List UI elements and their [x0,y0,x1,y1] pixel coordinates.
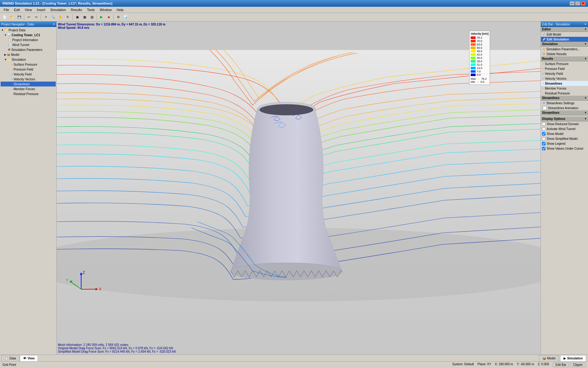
edit-bar-controls[interactable]: ✕ [584,23,587,26]
tree-project-data[interactable]: ▼ 📁 Project Data [1,28,56,33]
settings-button[interactable]: ⚙ [115,14,122,21]
tree-arrow-model[interactable]: ▶ [4,53,6,56]
clipper-tab[interactable]: Clipper [570,362,586,367]
edit-model-item[interactable]: 🖊 Edit Model [541,32,588,37]
select-button[interactable]: ↗ [42,14,49,21]
display-options-header: Display Options ▼ [541,117,588,121]
tree-arrow-sim[interactable]: ▼ [4,58,7,61]
streamlines-result-item[interactable]: ▪ Streamlines [541,81,588,86]
member-forces-result-icon: ▪ [543,87,544,90]
results-button[interactable]: 📊 [122,14,129,21]
front-view-button[interactable]: ▣ [74,14,81,21]
tree-arrow-root[interactable]: ▼ [1,29,4,32]
statusbar-right: System: Default Plane: XY X: 180.000 m Y… [452,362,586,367]
simulation-params-item[interactable]: ⚙ Simulation Parameters... [541,47,588,52]
tree-residual-pressure[interactable]: ▪ Residual Pressure [1,91,56,96]
streamlines-color-arrow[interactable]: ▼ [584,111,587,114]
show-simplified-model-checkbox[interactable] [542,137,545,140]
info-line2: Wind Speed: 44.8 m/s [58,26,165,29]
menu-tools[interactable]: Tools [85,7,97,12]
editor-section-arrow[interactable]: ▼ [584,28,587,31]
show-legend-checkbox[interactable] [542,142,545,145]
streamlines-animation-item[interactable]: Streamlines Animation [541,105,588,110]
tree-member-forces[interactable]: ▪ Member Forces [1,86,56,91]
residual-pressure-result-item[interactable]: ▪ Residual Pressure [541,91,588,96]
rotate-button[interactable]: ↻ [64,14,71,21]
legend-row-10: 7.0 [471,70,488,73]
model-tab[interactable]: 📦 Model [539,355,559,361]
viewport[interactable]: Wind Tunnel Dimensions: Dx = 1216.894 m,… [57,21,541,355]
activate-wind-tunnel-checkbox[interactable] [542,127,545,131]
new-button[interactable]: 📄 [1,14,8,21]
tree-model[interactable]: ▶ 📦 Model [1,52,56,57]
run-simulation-button[interactable]: ▶ [98,14,105,21]
menu-simulation[interactable]: Simulation [48,7,68,12]
open-button[interactable]: 📂 [9,14,15,21]
redo-button[interactable]: ↪ [33,14,40,21]
edit-simulation-item[interactable]: 🖊 Edit Simulation [541,37,588,42]
menu-file[interactable]: File [1,7,12,12]
stop-button[interactable]: ■ [105,14,112,21]
results-section-arrow[interactable]: ▼ [584,57,587,60]
titlebar-controls[interactable]: — □ ✕ [570,1,586,6]
streamlines-settings-item[interactable]: ⚙ Streamlines Settings [541,101,588,105]
menu-window[interactable]: Window [97,7,114,12]
velocity-vectors-result-item[interactable]: ▪ Velocity Vectors [541,76,588,81]
tree-wind-tunnel[interactable]: 💨 Wind Tunnel [1,42,56,47]
data-tab[interactable]: 📋 Data [1,355,19,361]
show-values-cursor-checkbox[interactable] [542,147,545,150]
streamlines-animation-checkbox[interactable] [543,106,547,110]
legend-color-6 [471,57,476,59]
delete-results-label: Delete Results [547,52,567,56]
display-options-arrow[interactable]: ▼ [584,117,587,120]
viewport-svg: Z Y X [57,21,541,355]
tree-arrow-cooling[interactable]: ▼ [4,34,7,36]
tree-sim-params[interactable]: ⚙ Simulation Parameters [1,47,56,52]
show-model-checkbox[interactable] [542,132,545,136]
minimize-button[interactable]: — [570,1,575,6]
menu-edit[interactable]: Edit [12,7,22,12]
statusbar-tabs: Edit Bar Clipper [553,362,586,367]
maximize-button[interactable]: □ [575,1,580,6]
tree-project-info[interactable]: 📋 Project Information [1,37,56,42]
tree-velocity-vectors[interactable]: ▪ Velocity Vectors [1,77,56,82]
delete-results-item[interactable]: 🗑 Delete Results [541,52,588,56]
member-forces-result-item[interactable]: ▪ Member Forces [541,86,588,91]
window-title: RWIND Simulation 1.21 - [Cooling Tower_L… [2,2,112,5]
top-view-button[interactable]: ▦ [81,14,88,21]
streamlines-settings-arrow[interactable]: ▼ [584,97,587,99]
legend-color-5 [471,53,476,56]
velocity-vectors-icon: ▪ [12,78,13,81]
surface-pressure-result-item[interactable]: ▪ Surface Pressure [541,61,588,66]
tree-label-model: Model [11,53,19,56]
pressure-field-result-item[interactable]: ▪ Pressure Field [541,66,588,71]
zoom-button[interactable]: 🔍 [50,14,56,21]
menu-results[interactable]: Results [68,7,85,12]
tree-velocity-field[interactable]: ▪ Velocity Field [1,72,56,77]
simulation-section-arrow[interactable]: ▼ [584,43,587,45]
tree-simulation[interactable]: ▼ 📁 Simulation [1,57,56,62]
tree-pressure-field[interactable]: ▪ Pressure Field [1,67,56,72]
tree-label-simulation: Simulation [12,58,26,61]
tree-surface-pressure[interactable]: ▪ Surface Pressure [1,62,56,67]
menu-view[interactable]: View [22,7,35,12]
legend-min-label: Min [471,80,475,83]
tree-cooling-tower[interactable]: ▼ 📊 Cooling Tower_LC1 [1,33,56,37]
pan-button[interactable]: ✋ [57,14,64,21]
menu-help[interactable]: Help [114,7,126,12]
close-button[interactable]: ✕ [581,1,586,6]
menu-insert[interactable]: Insert [34,7,48,12]
undo-button[interactable]: ↩ [25,14,32,21]
nav-header-controls[interactable]: ✕ [53,23,55,26]
side-view-button[interactable]: ▧ [89,14,95,21]
simulation-tab[interactable]: ▶ Simulation [560,355,586,361]
show-reduced-domain-checkbox[interactable] [542,122,545,126]
tree-label-project-info: Project Information [12,38,38,42]
save-button[interactable]: 💾 [16,14,23,21]
velocity-field-result-item[interactable]: ▪ Velocity Field [541,71,588,76]
tree-streamlines[interactable]: ▪ Streamlines [1,82,56,86]
project-nav-title: Project Navigator - Data [1,23,34,26]
view-tab[interactable]: 👁 View [20,355,38,361]
tree-label-velocity-field: Velocity Field [13,73,32,76]
edit-bar-tab[interactable]: Edit Bar [553,362,569,367]
